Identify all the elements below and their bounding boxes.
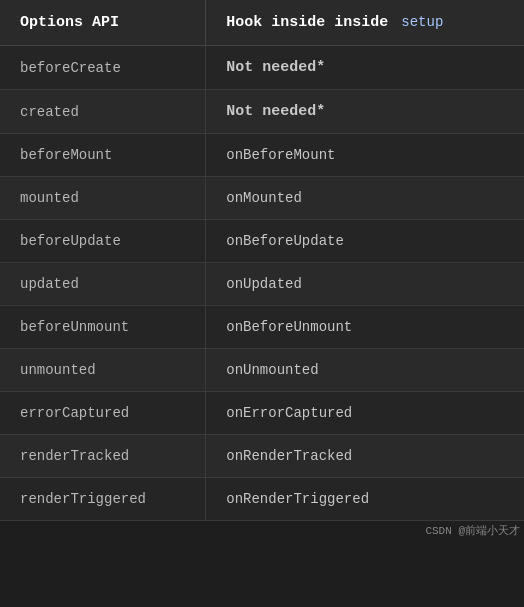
options-api-cell: renderTriggered <box>0 478 206 521</box>
table-row: unmountedonUnmounted <box>0 349 524 392</box>
table-row: errorCapturedonErrorCaptured <box>0 392 524 435</box>
hook-cell: onErrorCaptured <box>206 392 524 435</box>
options-api-cell: errorCaptured <box>0 392 206 435</box>
table-row: renderTrackedonRenderTracked <box>0 435 524 478</box>
hook-cell: onUnmounted <box>206 349 524 392</box>
options-api-cell: beforeUpdate <box>0 220 206 263</box>
table-row: beforeUpdateonBeforeUpdate <box>0 220 524 263</box>
col-options-api-label: Options API <box>20 14 119 31</box>
options-api-cell: created <box>0 90 206 134</box>
hook-cell: onRenderTracked <box>206 435 524 478</box>
hook-cell: Not needed* <box>206 90 524 134</box>
options-api-cell: renderTracked <box>0 435 206 478</box>
table-row: updatedonUpdated <box>0 263 524 306</box>
col-options-api: Options API <box>0 0 206 46</box>
lifecycle-table: Options API Hook inside inside setup bef… <box>0 0 524 540</box>
table-row: beforeUnmountonBeforeUnmount <box>0 306 524 349</box>
options-api-cell: mounted <box>0 177 206 220</box>
options-api-cell: beforeUnmount <box>0 306 206 349</box>
hook-cell: onBeforeMount <box>206 134 524 177</box>
table-row: beforeMountonBeforeMount <box>0 134 524 177</box>
options-api-cell: beforeCreate <box>0 46 206 90</box>
table-row: createdNot needed* <box>0 90 524 134</box>
table-row: mountedonMounted <box>0 177 524 220</box>
hook-cell: onRenderTriggered <box>206 478 524 521</box>
table-header-row: Options API Hook inside inside setup <box>0 0 524 46</box>
hook-cell: onBeforeUpdate <box>206 220 524 263</box>
col-hook-label: Hook inside inside <box>226 14 388 31</box>
watermark: CSDN @前端小天才 <box>0 521 524 540</box>
table-row: renderTriggeredonRenderTriggered <box>0 478 524 521</box>
hook-cell: onBeforeUnmount <box>206 306 524 349</box>
setup-label: setup <box>401 14 443 30</box>
hook-cell: onMounted <box>206 177 524 220</box>
options-api-cell: beforeMount <box>0 134 206 177</box>
hook-cell: onUpdated <box>206 263 524 306</box>
hook-cell: Not needed* <box>206 46 524 90</box>
options-api-cell: updated <box>0 263 206 306</box>
col-hook-inside: Hook inside inside setup <box>206 0 524 46</box>
table-row: beforeCreateNot needed* <box>0 46 524 90</box>
options-api-cell: unmounted <box>0 349 206 392</box>
